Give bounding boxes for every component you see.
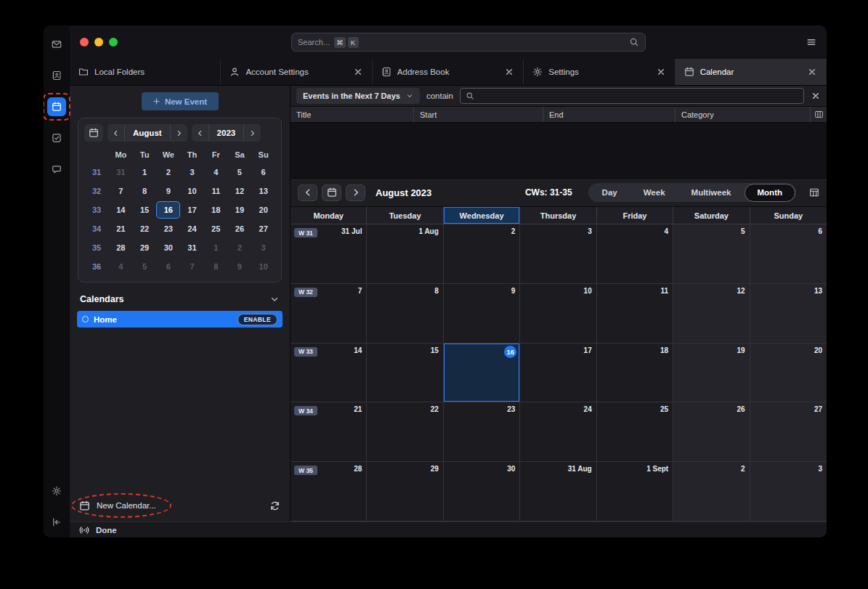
calendar-list-item[interactable]: HomeENABLE <box>77 311 283 328</box>
mini-day[interactable]: 14 <box>109 201 133 219</box>
mini-day[interactable]: 20 <box>251 201 275 219</box>
month-cell[interactable]: W 3528 <box>291 462 367 521</box>
close-window-button[interactable] <box>80 38 89 46</box>
mini-day[interactable]: 27 <box>251 220 275 237</box>
mini-day[interactable]: 11 <box>204 182 228 200</box>
sync-icon[interactable] <box>269 500 280 511</box>
month-cell[interactable]: 30 <box>444 462 520 521</box>
mini-day[interactable]: 4 <box>204 163 228 181</box>
mini-day[interactable]: 26 <box>228 220 252 237</box>
mini-day[interactable]: 3 <box>251 239 275 256</box>
mini-day[interactable]: 16 <box>156 201 180 219</box>
month-cell[interactable]: 24 <box>520 402 596 462</box>
rail-item-chat[interactable] <box>47 160 66 179</box>
month-cell[interactable]: 16 <box>444 344 520 403</box>
mini-day[interactable]: 4 <box>109 258 133 275</box>
tab-close-icon[interactable] <box>656 67 666 77</box>
mini-day[interactable]: 1 <box>204 239 228 256</box>
month-cell[interactable]: 18 <box>597 344 673 403</box>
view-day-button[interactable]: Day <box>589 183 630 202</box>
tab-close-icon[interactable] <box>807 67 817 77</box>
tab-calendar[interactable]: Calendar <box>676 59 827 85</box>
previous-month-button[interactable] <box>108 124 124 142</box>
month-cell[interactable]: 31 Aug <box>520 462 596 521</box>
month-cell[interactable]: 2 <box>444 224 520 284</box>
tab-close-icon[interactable] <box>504 67 514 77</box>
mini-day[interactable]: 2 <box>228 239 252 256</box>
new-event-button[interactable]: New Event <box>142 92 219 110</box>
mini-day[interactable]: 19 <box>228 201 252 219</box>
month-cell[interactable]: 6 <box>750 224 827 284</box>
month-cell[interactable]: 23 <box>444 402 520 462</box>
mini-day[interactable]: 9 <box>156 182 180 200</box>
month-cell[interactable]: 29 <box>367 462 443 521</box>
mini-day[interactable]: 7 <box>180 258 204 275</box>
month-cell[interactable]: W 3131 Jul <box>291 224 367 284</box>
mini-day[interactable]: 6 <box>251 163 275 181</box>
today-button[interactable] <box>322 184 341 201</box>
mini-day[interactable]: 6 <box>156 258 180 275</box>
month-cell[interactable]: 1 Sept <box>597 462 673 521</box>
mini-day[interactable]: 10 <box>251 258 275 275</box>
tab-account-settings[interactable]: Account Settings <box>221 59 372 85</box>
mini-day[interactable]: 5 <box>228 163 252 181</box>
new-calendar-button[interactable]: New Calendar... <box>97 501 156 510</box>
month-cell[interactable]: 13 <box>750 284 827 344</box>
month-cell[interactable]: 15 <box>367 344 443 403</box>
zoom-window-button[interactable] <box>109 38 118 46</box>
mini-day[interactable]: 12 <box>228 182 252 200</box>
app-menu-button[interactable] <box>806 37 816 47</box>
next-year-button[interactable] <box>244 124 261 142</box>
month-cell[interactable]: 5 <box>673 224 750 284</box>
tab-close-icon[interactable] <box>353 67 363 77</box>
mini-day[interactable]: 31 <box>109 163 133 181</box>
mini-day[interactable]: 13 <box>251 182 275 200</box>
calendar-layout-icon[interactable] <box>809 187 819 198</box>
rail-item-mail[interactable] <box>47 35 66 54</box>
column-picker-button[interactable] <box>811 107 827 122</box>
view-month-button[interactable]: Month <box>745 184 795 202</box>
mini-day[interactable]: 18 <box>204 201 228 219</box>
month-cell[interactable]: 3 <box>750 462 827 521</box>
month-cell[interactable]: 26 <box>673 402 750 462</box>
month-cell[interactable]: 19 <box>673 344 750 403</box>
month-cell[interactable]: 4 <box>597 224 673 284</box>
mini-day[interactable]: 17 <box>180 201 204 219</box>
mini-day[interactable]: 30 <box>156 239 180 256</box>
month-cell[interactable]: 25 <box>597 402 673 462</box>
mini-day[interactable]: 1 <box>133 163 157 181</box>
month-cell[interactable]: W 327 <box>291 284 367 344</box>
tab-settings[interactable]: Settings <box>524 59 675 85</box>
tab-address-book[interactable]: Address Book <box>373 59 524 85</box>
month-cell[interactable]: W 3314 <box>291 344 367 403</box>
mini-day[interactable]: 7 <box>109 182 133 200</box>
rail-item-tasks[interactable] <box>47 129 66 147</box>
month-cell[interactable]: 17 <box>520 344 596 403</box>
month-cell[interactable]: 10 <box>520 284 596 344</box>
calendars-section-header[interactable]: Calendars <box>70 283 290 311</box>
rail-item-collapse[interactable] <box>47 513 66 532</box>
previous-period-button[interactable] <box>298 184 317 201</box>
next-month-button[interactable] <box>171 124 187 142</box>
mini-day[interactable]: 10 <box>180 182 204 200</box>
mini-day[interactable]: 15 <box>133 201 157 219</box>
view-multiweek-button[interactable]: Multiweek <box>678 183 745 202</box>
mini-day[interactable]: 9 <box>228 258 252 275</box>
mini-day[interactable]: 28 <box>109 239 133 256</box>
column-header-category[interactable]: Category <box>676 107 811 122</box>
close-filter-icon[interactable] <box>811 91 821 101</box>
mini-day[interactable]: 29 <box>133 239 157 256</box>
mini-day[interactable]: 22 <box>133 220 157 237</box>
event-search-input[interactable] <box>460 88 804 104</box>
mini-day[interactable]: 8 <box>133 182 157 200</box>
mini-calendar-today-button[interactable] <box>84 124 103 142</box>
global-search-input[interactable]: Search... ⌘K <box>291 33 646 52</box>
rail-item-address-book[interactable] <box>47 66 66 85</box>
tab-local-folders[interactable]: Local Folders <box>70 59 221 85</box>
column-header-title[interactable]: Title <box>291 107 414 122</box>
mini-day[interactable]: 31 <box>180 239 204 256</box>
mini-day[interactable]: 2 <box>156 163 180 181</box>
month-cell[interactable]: 22 <box>367 402 443 462</box>
mini-day[interactable]: 24 <box>180 220 204 237</box>
event-filter-dropdown[interactable]: Events in the Next 7 Days <box>296 88 420 104</box>
